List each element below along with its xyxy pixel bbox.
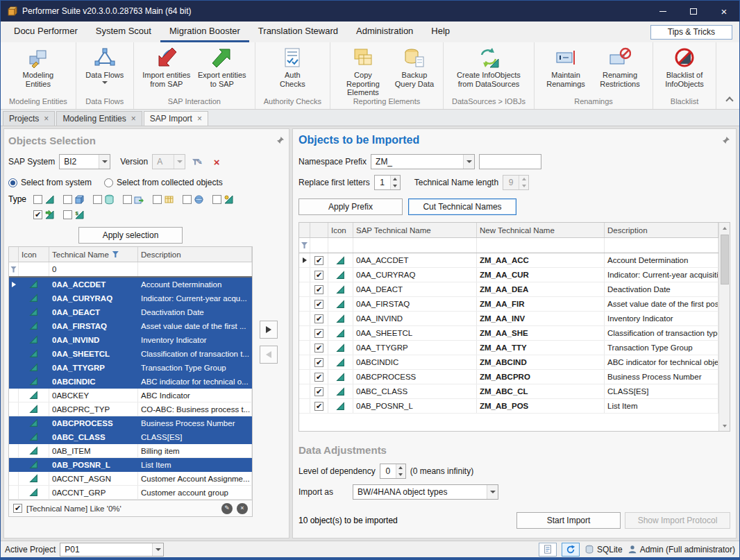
export-entities-button[interactable]: Export entities to SAP [195, 44, 249, 88]
type-option-infoobject-star[interactable]: ✔ [212, 194, 234, 205]
close-filter-button[interactable]: × [237, 503, 248, 514]
table-row[interactable]: 0AA_INVIND Inventory Indicator [9, 333, 252, 347]
cut-technical-names-button[interactable]: Cut Technical Names [408, 198, 516, 215]
row-checkbox[interactable]: ✔ [314, 387, 323, 396]
row-checkbox[interactable]: ✔ [314, 314, 323, 323]
type-option-infoobject[interactable]: ✔ [33, 210, 55, 220]
menu-tab[interactable]: Migration Booster [160, 22, 249, 42]
copy-reporting-button[interactable]: Copy Reporting Elements [336, 44, 390, 97]
row-checkbox[interactable]: ✔ [314, 300, 323, 309]
filter-enabled-checkbox[interactable]: ✔ [13, 504, 22, 513]
move-left-button[interactable] [260, 346, 278, 364]
table-row[interactable]: 0ACCNT_ASGN Customer Account Assignme... [9, 472, 252, 486]
protocol-report-button[interactable] [539, 543, 557, 557]
maximize-button[interactable] [678, 1, 709, 22]
apply-prefix-button[interactable]: Apply Prefix [298, 198, 403, 215]
column-header-description[interactable]: Description [605, 223, 718, 237]
sap-system-combobox[interactable]: BI2 [59, 154, 110, 169]
table-row[interactable]: 0AB_POSNR_L List Item [9, 458, 252, 472]
column-header-description[interactable]: Description [138, 247, 252, 262]
close-button[interactable]: × [709, 1, 739, 22]
radio-select-from-collected[interactable]: Select from collected objects [104, 178, 223, 187]
table-row[interactable]: 0ACCNT_GRP Customer account group [9, 486, 252, 500]
column-header-icon[interactable]: Icon [328, 223, 353, 237]
ribbon-collapse-chevron-icon[interactable] [725, 96, 733, 104]
type-option-characteristic[interactable]: ✔ [33, 194, 55, 205]
table-row[interactable]: ✔ 0AA_DEACT ZM_AA_DEA Deactivation Date [299, 282, 718, 297]
row-checkbox[interactable]: ✔ [314, 329, 323, 338]
table-row[interactable]: 0ABCPRC_TYP CO-ABC: Business process t..… [9, 402, 252, 416]
document-tab[interactable]: SAP Import × [144, 111, 208, 126]
table-row[interactable]: ✔ 0AA_FIRSTAQ ZM_AA_FIR Asset value date… [299, 297, 718, 312]
table-row[interactable]: ✔ 0AA_TTYGRP ZM_AA_TTY Transaction Type … [299, 341, 718, 355]
table-row[interactable]: 0AA_TTYGRP Transaction Type Group [9, 361, 252, 375]
tab-close-icon[interactable]: × [197, 114, 202, 123]
row-checkbox[interactable]: ✔ [314, 373, 323, 382]
type-option-table[interactable]: ✔ [153, 194, 174, 205]
import-as-combobox[interactable]: BW/4HANA object types [353, 484, 498, 500]
row-checkbox[interactable]: ✔ [314, 402, 323, 411]
table-row[interactable]: ✔ 0AA_CURYRAQ ZM_AA_CUR Indicator: Curre… [299, 268, 718, 282]
table-row[interactable]: 0AA_ACCDET Account Determination [9, 278, 252, 291]
type-option-currency[interactable]: ✔ $ [63, 210, 85, 220]
spinner-buttons[interactable] [390, 176, 400, 189]
tab-close-icon[interactable]: × [44, 114, 49, 123]
tips-tricks-button[interactable]: Tips & Tricks [650, 25, 732, 40]
technical-name-length-spinner[interactable]: 9 [503, 175, 529, 190]
table-row[interactable]: ✔ 0ABC_CLASS ZM_ABC_CL CLASS[ES] [299, 384, 718, 399]
table-row[interactable]: 0ABC_CLASS CLASS[ES] [9, 430, 252, 444]
column-header-icon[interactable]: Icon [19, 247, 49, 262]
column-header-checkbox[interactable] [310, 223, 328, 237]
technical-name-filter-value[interactable]: 0 [49, 262, 138, 276]
pin-icon[interactable] [276, 136, 285, 144]
table-row[interactable]: ✔ 0ABCPROCESS ZM_ABCPRO Business Process… [299, 370, 718, 384]
apply-selection-button[interactable]: Apply selection [78, 227, 183, 244]
spinner-buttons[interactable] [396, 464, 405, 478]
table-row[interactable]: 0AB_ITEM Billing item [9, 444, 252, 458]
table-row[interactable]: 0AA_SHEETCL Classification of transactio… [9, 347, 252, 361]
document-tab[interactable]: Modeling Entities × [56, 111, 142, 126]
renaming-restrictions-button[interactable]: Renaming Restrictions [593, 44, 647, 88]
column-header-technical-name[interactable]: Technical Name [49, 247, 138, 262]
filter-editor-button[interactable]: ✎ [190, 154, 205, 169]
menu-tab[interactable]: Help [422, 22, 459, 42]
column-header-new-technical-name[interactable]: New Technical Name [477, 223, 605, 237]
tab-close-icon[interactable]: × [131, 114, 136, 123]
table-row[interactable]: 0ABCINDIC ABC indicator for technical o.… [9, 375, 252, 389]
scroll-down-icon[interactable] [719, 421, 730, 431]
table-row[interactable]: ✔ 0AA_SHEETCL ZM_AA_SHE Classification o… [299, 326, 718, 341]
table-row[interactable]: 0AA_CURYRAQ Indicator: Current-year acqu… [9, 291, 252, 305]
blacklist-button[interactable]: Blacklist of InfoObjects [659, 44, 710, 88]
replace-first-letters-spinner[interactable]: 1 [374, 175, 401, 190]
type-option-cylinder[interactable]: ✔ [93, 194, 115, 205]
auth-checks-button[interactable]: Auth Checks [269, 44, 315, 88]
table-row[interactable]: 0ABCPROCESS Business Process Number [9, 416, 252, 430]
table-row[interactable]: 0AA_FIRSTAQ Asset value date of the firs… [9, 319, 252, 333]
row-checkbox[interactable]: ✔ [314, 271, 323, 280]
menu-tab[interactable]: Translation Steward [249, 22, 347, 42]
row-checkbox[interactable]: ✔ [314, 358, 323, 367]
import-grid-filter-row[interactable] [299, 238, 718, 253]
vertical-scrollbar[interactable] [718, 223, 730, 431]
table-row[interactable]: ✔ 0AB_POSNR_L ZM_AB_POS List Item [299, 399, 718, 414]
type-option-datasource[interactable]: ✔ [123, 194, 144, 205]
version-combobox[interactable]: A [152, 154, 185, 169]
table-row[interactable]: ✔ 0AA_INVIND ZM_AA_INV Inventory Indicat… [299, 312, 718, 326]
import-entities-button[interactable]: Import entities from SAP [140, 44, 194, 88]
menu-tab[interactable]: Administration [347, 22, 422, 42]
clear-filter-button[interactable]: × [209, 154, 224, 169]
show-import-protocol-button[interactable]: Show Import Protocol [625, 512, 730, 529]
scrollbar-thumb[interactable] [721, 235, 729, 285]
scroll-up-icon[interactable] [719, 223, 730, 233]
row-checkbox[interactable]: ✔ [314, 343, 323, 353]
row-checkbox[interactable]: ✔ [314, 256, 323, 265]
backup-query-button[interactable]: Backup Query Data [392, 44, 437, 88]
table-row[interactable]: 0AA_DEACT Deactivation Date [9, 305, 252, 319]
table-row[interactable]: ✔ 0AA_ACCDET ZM_AA_ACC Account Determina… [299, 253, 718, 268]
modeling-entities-button[interactable]: Modeling Entities [14, 44, 62, 88]
move-right-button[interactable] [260, 321, 278, 339]
column-header-sap-technical-name[interactable]: SAP Technical Name [353, 223, 477, 237]
menu-tab[interactable]: System Scout [87, 22, 160, 42]
start-import-button[interactable]: Start Import [516, 512, 621, 529]
data-flows-button[interactable]: Data Flows [82, 44, 128, 84]
